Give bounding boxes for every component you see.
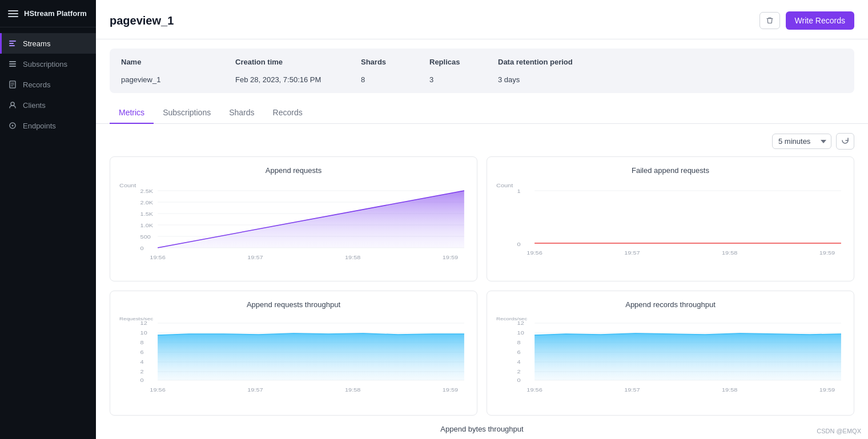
charts-toolbar: 5 minutes 1 minute 15 minutes 1 hour: [110, 133, 854, 150]
sidebar-item-subscriptions[interactable]: Subscriptions: [0, 54, 96, 74]
chart-failed-svg: Count 1 0 19:56 19:57 19:58 19:59: [496, 180, 845, 272]
records-icon: [8, 80, 17, 89]
chart-failed-title: Failed append requests: [496, 166, 845, 175]
svg-text:2.0K: 2.0K: [140, 200, 154, 206]
svg-text:1: 1: [517, 188, 521, 194]
sidebar-item-endpoints-label: Endpoints: [23, 122, 56, 130]
footer-credit: CSDN @EMQX: [817, 428, 861, 434]
chart-append-requests-svg: Count 2.5K 2.0K 1.5K 1.0K 500 0: [119, 180, 468, 272]
svg-text:19:57: 19:57: [624, 250, 640, 256]
delete-button[interactable]: [760, 12, 780, 29]
svg-text:10: 10: [140, 330, 148, 336]
sidebar-item-clients[interactable]: Clients: [0, 95, 96, 115]
svg-text:19:56: 19:56: [150, 387, 166, 393]
tab-subscriptions[interactable]: Subscriptions: [154, 102, 220, 124]
svg-point-10: [11, 102, 14, 106]
subscriptions-icon: [8, 59, 17, 69]
chart-append-requests-throughput: Append requests throughput Requests/sec …: [110, 291, 477, 416]
main-content: pageview_1 Write Records Name Creation t…: [96, 0, 868, 439]
svg-text:19:57: 19:57: [247, 255, 263, 260]
chart-throughput-svg: Requests/sec 12 10 8 6 4 2 0: [119, 315, 468, 406]
svg-text:19:58: 19:58: [345, 255, 361, 260]
svg-rect-2: [9, 45, 15, 46]
svg-text:19:56: 19:56: [527, 387, 542, 393]
tabs: Metrics Subscriptions Shards Records: [96, 102, 868, 124]
svg-text:2: 2: [517, 369, 521, 374]
svg-point-12: [12, 125, 14, 127]
chart-throughput-container: Requests/sec 12 10 8 6 4 2 0: [119, 315, 468, 406]
clients-icon: [8, 100, 17, 110]
sidebar-item-streams[interactable]: Streams: [0, 33, 96, 54]
svg-text:Count: Count: [119, 183, 136, 188]
value-name: pageview_1: [121, 71, 235, 84]
trash-icon: [766, 17, 774, 25]
svg-text:4: 4: [140, 359, 144, 365]
chart-append-records-throughput: Append records throughput Records/sec 12…: [487, 291, 854, 416]
header-actions: Write Records: [760, 11, 854, 30]
app-name: HStream Platform: [24, 9, 87, 18]
sidebar-item-streams-label: Streams: [23, 39, 50, 48]
sidebar-item-subscriptions-label: Subscriptions: [23, 60, 67, 69]
svg-text:Requests/sec: Requests/sec: [119, 316, 154, 321]
chart-failed-append-requests: Failed append requests Count 1 0 19:56 1…: [487, 156, 854, 281]
svg-text:19:59: 19:59: [819, 250, 835, 256]
tab-metrics[interactable]: Metrics: [110, 102, 154, 124]
col-header-name: Name: [121, 58, 235, 66]
svg-text:6: 6: [140, 349, 144, 355]
svg-text:8: 8: [517, 340, 521, 345]
svg-text:Count: Count: [496, 183, 513, 188]
col-header-shards: Shards: [361, 58, 429, 66]
svg-text:0: 0: [140, 377, 144, 383]
svg-text:1.5K: 1.5K: [140, 211, 154, 217]
streams-icon: [8, 39, 17, 48]
value-replicas: 3: [429, 71, 498, 84]
time-range-select[interactable]: 5 minutes 1 minute 15 minutes 1 hour: [772, 134, 831, 149]
stream-info-table: Name Creation time Shards Replicas Data …: [110, 49, 854, 93]
svg-text:19:57: 19:57: [624, 387, 640, 393]
value-shards: 8: [361, 71, 429, 84]
tab-shards[interactable]: Shards: [220, 102, 263, 124]
tab-records[interactable]: Records: [264, 102, 312, 124]
sidebar-nav: Streams Subscriptions: [0, 27, 96, 142]
svg-text:6: 6: [517, 349, 521, 355]
svg-text:10: 10: [517, 330, 525, 336]
chart-append-requests: Append requests Count 2.5K 2.0K 1.5K 1.0…: [110, 156, 477, 281]
svg-text:19:59: 19:59: [443, 255, 459, 260]
sidebar-item-endpoints[interactable]: Endpoints: [0, 115, 96, 136]
svg-rect-1: [9, 43, 14, 44]
svg-text:19:58: 19:58: [345, 387, 361, 393]
svg-text:19:58: 19:58: [722, 387, 738, 393]
svg-marker-75: [535, 333, 841, 380]
svg-text:2.5K: 2.5K: [140, 188, 154, 194]
svg-text:4: 4: [517, 359, 521, 365]
value-retention: 3 days: [498, 71, 843, 84]
chart-records-throughput-svg: Records/sec 12 10 8 6 4 2 0: [496, 315, 845, 406]
svg-text:2: 2: [140, 369, 144, 374]
chart-failed-container: Count 1 0 19:56 19:57 19:58 19:59: [496, 180, 845, 272]
menu-icon[interactable]: [8, 10, 18, 17]
svg-text:0: 0: [517, 377, 521, 383]
svg-text:500: 500: [140, 234, 151, 240]
sidebar: HStream Platform Streams Su: [0, 0, 96, 439]
chart-append-bytes-throughput-title: Append bytes throughput: [110, 425, 854, 433]
svg-text:0: 0: [140, 245, 144, 251]
svg-text:19:59: 19:59: [819, 387, 835, 393]
svg-rect-0: [9, 41, 16, 42]
col-header-creation-time: Creation time: [235, 58, 361, 66]
charts-area: 5 minutes 1 minute 15 minutes 1 hour App…: [96, 124, 868, 439]
endpoints-icon: [8, 121, 17, 130]
page-title: pageview_1: [110, 14, 174, 27]
page-header: pageview_1 Write Records: [96, 0, 868, 39]
svg-text:19:56: 19:56: [527, 250, 542, 256]
chart-records-throughput-title: Append records throughput: [496, 300, 845, 309]
charts-grid: Append requests Count 2.5K 2.0K 1.5K 1.0…: [110, 156, 854, 416]
chart-records-throughput-container: Records/sec 12 10 8 6 4 2 0: [496, 315, 845, 406]
sidebar-item-records[interactable]: Records: [0, 74, 96, 95]
svg-text:19:58: 19:58: [722, 250, 738, 256]
chart-throughput-title: Append requests throughput: [119, 300, 468, 309]
svg-text:19:56: 19:56: [150, 255, 166, 260]
write-records-button[interactable]: Write Records: [786, 11, 854, 30]
svg-rect-7: [11, 83, 14, 83]
refresh-button[interactable]: [836, 133, 854, 150]
svg-text:12: 12: [517, 320, 525, 326]
